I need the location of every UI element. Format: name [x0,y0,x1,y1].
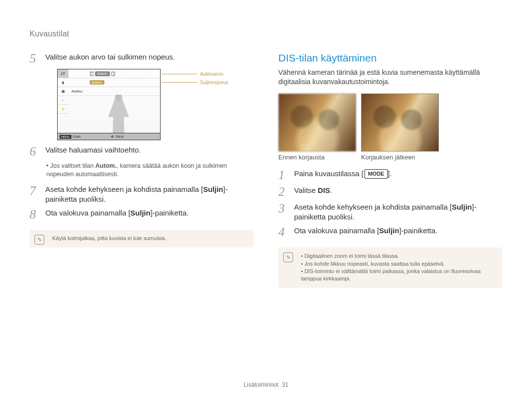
step-5: 5 Valitse aukon arvo tai sulkimen nopeus… [30,52,254,65]
lt-icon: LT [58,69,68,78]
right-intro: Vähennä kameran tärinää ja estä kuvia su… [278,68,502,87]
step-number: 8 [30,208,41,221]
step-text: Valitse haluamasi vaihtoehto. [45,145,141,158]
autom-tag: Autom. [95,71,110,76]
step-number: 1 [278,169,290,182]
autom-selector: ◀ Autom. ▶ [89,71,116,76]
step-text: Ota valokuva painamalla [Suljin]-painike… [294,226,437,239]
step-text: Aseta kohde kehykseen ja kohdista painam… [45,185,254,205]
camera-screen: LT ▮ ▦ ▫ ⚡ ◀ Autom. ▶ [57,69,161,140]
section-title: Kuvaustilat [30,30,502,38]
step-number: 4 [278,226,290,239]
move-icon: ✥ [111,135,114,138]
step-number: 2 [278,185,290,198]
menu-button-icon: MENU [60,135,71,139]
annotation-aukkoarvo: Aukkoarvo [162,71,223,77]
step-6: 6 Valitse haluamasi vaihtoehto. [30,145,254,158]
step-6-sub: Jos valitset tilan Autom., kamera säätää… [46,162,254,179]
status-icon: ▫ [58,96,68,105]
mode-chip: MODE [365,169,388,179]
step-number: 6 [30,145,41,158]
right-column: DIS-tilan käyttäminen Vähennä kameran tä… [278,52,502,381]
step-1: 1 Paina kuvaustilassa [MODE]. [278,169,502,182]
step-text: Valitse aukon arvo tai sulkimen nopeus. [45,52,175,65]
step-text: Valitse DIS. [294,185,332,198]
caption-after: Korjauksen jälkeen [361,154,439,161]
note-icon: ✎ [34,235,44,245]
autom-tag: Autom. [90,80,104,85]
caption-before: Ennen korjausta [278,154,356,161]
right-title: DIS-tilan käyttäminen [278,52,502,64]
status-icon: ▦ [58,87,68,96]
note-item: Jos kohde liikkuu nopeasti, kuvasta saat… [301,260,496,268]
columns: 5 Valitse aukon arvo tai sulkimen nopeus… [30,52,502,381]
aukko-label: Aukko [68,89,82,93]
step-8: 8 Ota valokuva painamalla [Suljin]-paini… [30,208,254,221]
step-4: 4 Ota valokuva painamalla [Suljin]-paini… [278,226,502,239]
flash-off-icon: ⚡ [58,105,68,114]
note-box: ✎ Käytä kolmijalkaa, jotta kuvista ei tu… [30,230,254,247]
note-box: ✎ Digitaalinen zoom ei toimi tässä tilas… [278,247,502,288]
move-control: ✥Siirrä [111,135,123,139]
step-number: 3 [278,202,290,222]
step-number: 5 [30,52,41,65]
photo-captions: Ennen korjausta Korjauksen jälkeen [278,154,502,161]
photo-before [278,93,356,152]
chevron-right-icon: ▶ [111,71,115,76]
step-text: Paina kuvaustilassa [MODE]. [294,169,392,182]
photo-after [361,93,439,152]
autom-selector-2: Autom. [89,80,105,85]
step-7: 7 Aseta kohde kehykseen ja kohdista pain… [30,185,254,205]
note-icon: ✎ [283,252,293,262]
annotation-suljinnopeus: Suljinnopeus [162,80,228,85]
step-2: 2 Valitse DIS. [278,185,502,198]
camera-screen-wrap: LT ▮ ▦ ▫ ⚡ ◀ Autom. ▶ [43,69,250,140]
photo-comparison [278,93,502,152]
step-text: Ota valokuva painamalla [Suljin]-painike… [45,208,189,221]
left-column: 5 Valitse aukon arvo tai sulkimen nopeus… [30,52,254,381]
note-item: Digitaalinen zoom ei toimi tässä tilassa… [301,252,496,260]
step-text: Aseta kohde kehykseen ja kohdista painam… [294,202,502,222]
page-footer: Lisätoiminnot 31 [30,381,502,401]
status-icon: ▮ [58,78,68,87]
note-item: DIS-toiminto ei välttämättä toimi paikas… [301,268,496,283]
chevron-left-icon: ◀ [90,71,94,76]
silhouette-icon [104,89,133,136]
step-3: 3 Aseta kohde kehykseen ja kohdista pain… [278,202,502,222]
menu-back: MENUEdell. [60,135,81,138]
step-number: 7 [30,185,41,205]
